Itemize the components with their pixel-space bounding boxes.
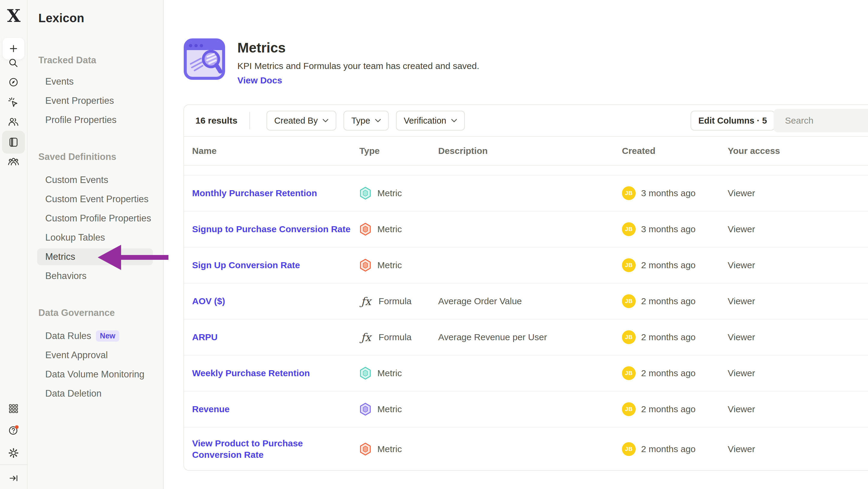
column-header-name[interactable]: Name (192, 146, 360, 156)
type-label: Formula (378, 296, 411, 306)
table-row[interactable]: Revenue Metric JB 2 months ago Viewer (184, 392, 868, 428)
sidebar-item-data-volume-monitoring[interactable]: Data Volume Monitoring (28, 365, 163, 384)
lexicon-app: { "sidebar": { "title": "Lexicon", "sect… (0, 0, 868, 489)
avatar: JB (622, 186, 636, 200)
sidebar-item-data-rules[interactable]: Data RulesNew (28, 326, 163, 346)
metric-name-link[interactable]: ARPU (192, 332, 218, 343)
cursor-spark-icon (8, 97, 19, 108)
sidebar-item-event-approval[interactable]: Event Approval (28, 346, 163, 365)
rail-divider (0, 464, 28, 465)
user-group-icon (8, 156, 19, 168)
section-saved-definitions: Saved Definitions (38, 151, 163, 163)
sidebar-item-custom-event-properties[interactable]: Custom Event Properties (28, 190, 163, 209)
sidebar-item-events[interactable]: Events (28, 72, 163, 91)
metrics-table-card: 16 results Created By Type Verification … (183, 105, 868, 471)
formula-fx-icon: ƒx (360, 295, 373, 308)
table-row[interactable]: Sign Up Conversion Rate Metric JB 2 mont… (184, 248, 868, 284)
table-header-row: Name Type Description Created Your acces… (184, 137, 868, 166)
metric-name-link[interactable]: View Product to Purchase Conversion Rate (192, 438, 351, 460)
rail-lexicon-button[interactable] (2, 131, 25, 153)
table-row[interactable]: Monthly Purchaser Retention Metric JB 3 … (184, 175, 868, 211)
type-label: Metric (377, 188, 402, 198)
created-label: 2 months ago (641, 296, 696, 306)
metric-name-link[interactable]: Monthly Purchaser Retention (192, 188, 317, 199)
lexicon-sidebar: Lexicon Tracked Data Events Event Proper… (28, 0, 164, 489)
filter-created-by[interactable]: Created By (267, 111, 336, 131)
created-label: 2 months ago (641, 332, 696, 342)
search-input[interactable] (785, 109, 868, 132)
sidebar-item-lookup-tables[interactable]: Lookup Tables (28, 228, 163, 247)
table-row[interactable]: ARPU ƒx Formula Average Revenue per User… (184, 319, 868, 355)
table-row[interactable]: Signup to Purchase Conversion Rate Metri… (184, 211, 868, 248)
edit-columns-button[interactable]: Edit Columns · 5 (690, 111, 775, 131)
rail-users-button[interactable] (2, 110, 25, 133)
avatar: JB (622, 442, 636, 456)
filter-verification[interactable]: Verification (396, 111, 465, 131)
access-cell: Viewer (728, 260, 868, 270)
rail-help-button[interactable] (2, 419, 25, 441)
column-header-access[interactable]: Your access (728, 146, 868, 156)
metric-name-link[interactable]: Weekly Purchase Retention (192, 368, 310, 379)
table-row[interactable]: AOV ($) ƒx Formula Average Order Value J… (184, 284, 868, 319)
sidebar-item-custom-profile-properties[interactable]: Custom Profile Properties (28, 209, 163, 228)
metric-hexagon-teal-icon (360, 367, 371, 380)
notification-dot (15, 425, 19, 429)
avatar: JB (622, 258, 636, 272)
created-label: 3 months ago (641, 224, 696, 234)
metric-name-link[interactable]: Sign Up Conversion Rate (192, 259, 300, 271)
new-badge: New (96, 330, 119, 342)
sidebar-item-event-properties[interactable]: Event Properties (28, 91, 163, 110)
rail-boards-button[interactable] (2, 71, 25, 94)
column-header-created[interactable]: Created (622, 146, 728, 156)
metric-hexagon-violet-icon (360, 403, 371, 416)
column-header-type[interactable]: Type (360, 146, 438, 156)
access-cell: Viewer (728, 368, 868, 378)
type-label: Formula (378, 332, 411, 342)
table-row-partial (184, 166, 868, 175)
users-icon (8, 116, 19, 127)
main-content: Metrics KPI Metrics and Formulas your te… (164, 0, 868, 489)
avatar: JB (622, 330, 636, 344)
rail-apps-button[interactable] (2, 397, 25, 420)
table-row[interactable]: Weekly Purchase Retention Metric JB 2 mo… (184, 355, 868, 392)
metric-hexagon-orange-icon (360, 442, 371, 456)
table-row[interactable]: View Product to Purchase Conversion Rate… (184, 428, 868, 471)
avatar: JB (622, 402, 636, 416)
view-docs-link[interactable]: View Docs (237, 75, 282, 86)
results-count: 16 results (195, 115, 237, 126)
access-cell: Viewer (728, 332, 868, 342)
description-cell: Average Revenue per User (438, 332, 622, 342)
metric-name-link[interactable]: AOV ($) (192, 295, 225, 307)
created-label: 2 months ago (641, 368, 696, 378)
expand-panel-button[interactable] (2, 467, 25, 489)
chevron-down-icon (375, 119, 381, 122)
sidebar-item-custom-events[interactable]: Custom Events (28, 170, 163, 190)
rail-settings-button[interactable] (2, 441, 25, 464)
sidebar-item-profile-properties[interactable]: Profile Properties (28, 110, 163, 130)
filter-type[interactable]: Type (343, 111, 389, 131)
column-header-description[interactable]: Description (438, 146, 622, 156)
type-label: Metric (377, 224, 402, 234)
type-label: Metric (377, 260, 402, 270)
metric-name-link[interactable]: Signup to Purchase Conversion Rate (192, 224, 350, 235)
chevron-down-icon (322, 119, 329, 122)
rail-cohorts-button[interactable] (2, 151, 25, 173)
avatar: JB (622, 366, 636, 380)
metric-name-link[interactable]: Revenue (192, 403, 229, 415)
sidebar-item-behaviors[interactable]: Behaviors (28, 266, 163, 286)
metric-hexagon-teal-icon (360, 186, 371, 200)
sidebar-item-data-deletion[interactable]: Data Deletion (28, 384, 163, 403)
mixpanel-logo-icon[interactable]: X (0, 5, 28, 26)
section-data-governance: Data Governance (38, 307, 163, 319)
collapse-panel-icon (8, 472, 19, 484)
search-box[interactable] (774, 109, 868, 132)
metrics-app-icon (183, 38, 225, 80)
type-label: Metric (377, 404, 402, 414)
avatar: JB (622, 294, 636, 308)
created-label: 2 months ago (641, 260, 696, 270)
metric-hexagon-orange-icon (360, 223, 371, 236)
sidebar-item-metrics[interactable]: Metrics (28, 247, 163, 266)
section-tracked-data: Tracked Data (38, 55, 163, 66)
created-label: 2 months ago (641, 404, 696, 414)
access-cell: Viewer (728, 296, 868, 306)
